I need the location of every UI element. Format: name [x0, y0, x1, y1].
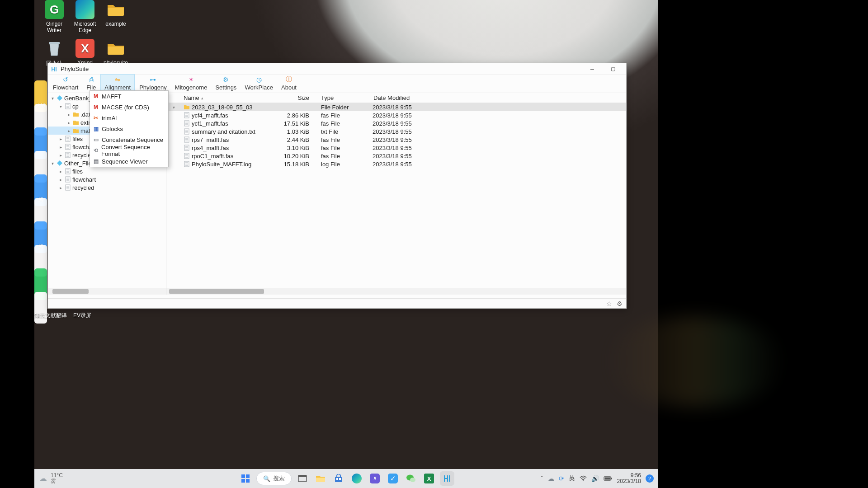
tree-twisty-icon[interactable]: ▸ — [58, 177, 63, 182]
menu-label: WorkPlace — [245, 84, 273, 91]
svg-rect-47 — [339, 478, 341, 480]
tray-notification-badge[interactable]: 2 — [646, 474, 654, 483]
list-horizontal-scrollbar[interactable] — [166, 288, 626, 295]
desktop-icon[interactable]: example — [100, 0, 131, 27]
row-size: 17.51 KiB — [271, 120, 312, 127]
file-icon — [184, 161, 190, 167]
star-icon[interactable]: ☆ — [606, 300, 612, 307]
file-list-pane[interactable]: Name▴ Size Type Date Modified ▾ 2023_03_… — [166, 93, 626, 295]
tree-horizontal-scrollbar[interactable] — [48, 288, 166, 295]
desktop-icon[interactable]: XXmind — [70, 39, 100, 66]
taskbar-phylosuite[interactable] — [440, 471, 454, 486]
dropdown-item-trimal[interactable]: ✂trimAl — [90, 113, 168, 123]
row-date: 2023/3/18 9:55 — [371, 161, 434, 168]
tray-sync-icon[interactable]: ⟳ — [559, 475, 564, 482]
excel-icon: X — [424, 474, 434, 483]
tree-twisty-icon[interactable]: ▸ — [58, 145, 63, 150]
tree-node-icon — [56, 94, 63, 102]
taskbar-explorer[interactable] — [313, 471, 328, 486]
tray-clock[interactable]: 9:56 2023/3/18 — [617, 473, 641, 484]
taskbar-excel[interactable]: X — [422, 471, 436, 486]
file-icon — [184, 153, 190, 159]
tray-volume-icon[interactable]: 🔊 — [591, 475, 599, 482]
desktop-label[interactable]: 知云文献翻译 — [34, 312, 67, 319]
app-logo-icon — [51, 66, 58, 73]
list-row[interactable]: rps4_mafft.fas 3.10 KiB fas File 2023/3/… — [166, 144, 626, 152]
tray-ime[interactable]: 英 — [569, 474, 575, 483]
column-type[interactable]: Type — [312, 94, 371, 101]
edge-icon — [352, 474, 362, 483]
column-name[interactable]: Name▴ — [181, 94, 271, 101]
tree-twisty-icon[interactable]: ▸ — [58, 185, 63, 190]
list-row[interactable]: PhyloSuite_MAFFT.log 15.18 KiB log File … — [166, 160, 626, 168]
tree-twisty-icon[interactable]: ▾ — [50, 161, 55, 166]
weather-widget[interactable]: ☁ 11°C 雾 — [39, 473, 63, 484]
taskbar-taskview[interactable] — [295, 471, 310, 486]
tray-wifi-icon[interactable] — [580, 475, 587, 482]
dropdown-item-viewer[interactable]: ▤Sequence Viewer — [90, 156, 168, 167]
tree-node[interactable]: ▸flowchart — [48, 175, 166, 183]
tray-battery-icon[interactable] — [604, 476, 613, 481]
titlebar[interactable]: PhyloSuite ─ ▢ — [48, 63, 626, 75]
dropdown-item-gblocks[interactable]: ▥Gblocks — [90, 123, 168, 134]
taskbar-edge[interactable] — [349, 471, 364, 486]
tray-date: 2023/3/18 — [617, 479, 641, 484]
list-row[interactable]: ▾ 2023_03_18-09_55_03 File Folder 2023/3… — [166, 103, 626, 111]
tree-twisty-icon[interactable]: ▾ — [50, 96, 55, 101]
tree-twisty-icon[interactable]: ▸ — [58, 153, 63, 158]
file-icon — [184, 128, 190, 135]
desktop-label[interactable]: EV录屏 — [73, 312, 91, 319]
desktop-icon[interactable]: Microsoft Edge — [70, 0, 100, 33]
maximize-button[interactable]: ▢ — [603, 63, 623, 75]
menu-settings[interactable]: ⚙Settings — [212, 75, 240, 93]
list-row[interactable]: ycf1_mafft.fas 17.51 KiB fas File 2023/3… — [166, 119, 626, 127]
tray-chevron-icon[interactable]: ˄ — [540, 475, 543, 482]
tray-onedrive-icon[interactable]: ☁ — [548, 475, 554, 482]
taskbar-app-purple[interactable]: 〃 — [368, 471, 382, 486]
menu-file[interactable]: ⎙File — [83, 75, 99, 93]
row-type: fas File — [312, 112, 371, 119]
tree-twisty-icon[interactable]: ▸ — [58, 169, 63, 174]
dropdown-item-macse[interactable]: MMACSE (for CDS) — [90, 102, 168, 113]
desktop-icon[interactable]: phylosuite — [100, 39, 131, 66]
tree-twisty-icon[interactable]: ▸ — [58, 136, 63, 141]
taskbar-wechat[interactable] — [404, 471, 418, 486]
dropdown-item-mafft[interactable]: MMAFFT — [90, 91, 168, 102]
tree-node-label: recycled — [72, 184, 94, 191]
tree-node[interactable]: ▸files — [48, 167, 166, 175]
desktop-icon[interactable]: GGinger Writer — [39, 0, 70, 33]
tree-node-icon — [64, 103, 71, 110]
list-row[interactable]: summary and citation.txt 1.03 KiB txt Fi… — [166, 127, 626, 136]
menu-workplace[interactable]: ◷WorkPlace — [241, 75, 277, 93]
taskbar-start[interactable] — [238, 471, 253, 486]
list-row[interactable]: ycf4_mafft.fas 2.86 KiB fas File 2023/3/… — [166, 111, 626, 119]
tree-twisty-icon[interactable]: ▾ — [58, 104, 63, 109]
dropdown-item-convert[interactable]: ⟲Convert Sequence Format — [90, 145, 168, 156]
taskbar-search[interactable]: 🔍搜索 — [256, 472, 292, 485]
menu-mitogenome[interactable]: ✶Mitogenome — [171, 75, 211, 93]
weather-desc: 雾 — [51, 479, 63, 484]
tree-node-label: maf — [80, 127, 90, 134]
taskbar-store[interactable] — [331, 471, 346, 486]
dropdown-item-label: MAFFT — [102, 93, 121, 100]
dropdown-item-label: Concatenate Sequence — [102, 136, 163, 143]
black-bar-right — [658, 0, 868, 488]
list-row[interactable]: rps7_mafft.fas 2.44 KiB fas File 2023/3/… — [166, 136, 626, 144]
tree-node[interactable]: ▸recycled — [48, 183, 166, 192]
menu-phylogeny[interactable]: ⊶Phylogeny — [136, 75, 170, 93]
tree-twisty-icon[interactable]: ▸ — [66, 128, 71, 133]
list-row[interactable]: rpoC1_mafft.fas 10.20 KiB fas File 2023/… — [166, 152, 626, 160]
menu-flowchart[interactable]: ↺Flowchart — [49, 75, 82, 93]
column-size[interactable]: Size — [271, 94, 312, 101]
minimize-button[interactable]: ─ — [582, 63, 603, 75]
taskbar-app-blue[interactable]: ✓ — [386, 471, 400, 486]
menu-about[interactable]: ⓘAbout — [278, 75, 300, 93]
tree-twisty-icon[interactable]: ▸ — [66, 120, 71, 125]
column-date[interactable]: Date Modified — [371, 94, 434, 101]
tree-node-icon — [72, 119, 80, 126]
gear-icon[interactable]: ⚙ — [617, 300, 623, 307]
flowchart-icon: ↺ — [61, 75, 70, 84]
menu-alignment[interactable]: ⇋Alignment — [100, 74, 135, 93]
row-name: rps7_mafft.fas — [192, 136, 229, 143]
tree-twisty-icon[interactable]: ▸ — [66, 112, 71, 117]
